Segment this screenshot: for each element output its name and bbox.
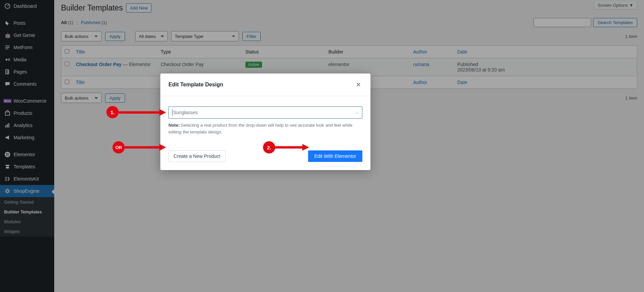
create-new-product-button[interactable]: Create a New Product	[168, 150, 225, 162]
close-icon[interactable]: ✕	[355, 80, 362, 90]
svg-marker-24	[159, 144, 166, 151]
callout-or: OR	[113, 141, 125, 153]
text-cursor	[172, 109, 173, 116]
product-select-value: Sunglasses	[173, 110, 198, 115]
callout-2: 2.	[263, 141, 275, 153]
arrow-or	[125, 143, 166, 151]
svg-marker-22	[159, 109, 166, 116]
callout-1: 1.	[106, 106, 119, 118]
edit-with-elementor-button[interactable]: Edit With Elementor	[308, 150, 362, 162]
arrow-1	[119, 108, 166, 117]
note-text: Note: Selecting a real product from the …	[168, 122, 362, 135]
product-select[interactable]: Sunglasses ⌄	[168, 106, 362, 119]
modal-title: Edit Template Design	[168, 82, 223, 88]
arrow-2	[275, 143, 309, 151]
edit-template-modal: Edit Template Design ✕ Sunglasses ⌄ Note…	[160, 74, 370, 170]
chevron-down-icon: ⌄	[355, 110, 359, 115]
svg-marker-26	[302, 144, 309, 151]
